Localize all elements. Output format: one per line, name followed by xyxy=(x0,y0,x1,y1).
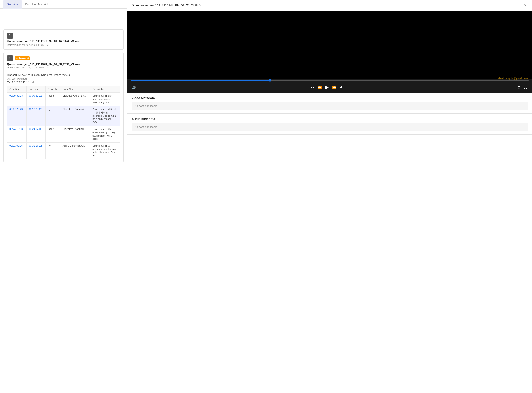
issues-badge: ⚠ Issues 6 xyxy=(15,56,30,60)
video-metadata-empty: No data applicable xyxy=(132,102,528,110)
frame-back-button[interactable]: ⏪ xyxy=(316,85,323,90)
description-cell: Source audio: 밀z emerge and grov may sou… xyxy=(90,126,120,143)
play-button[interactable]: ▶ xyxy=(324,84,330,91)
end-time-link[interactable]: 00:31:10:15 xyxy=(29,144,42,147)
severity-cell: Issue xyxy=(46,126,60,143)
description-cell: Source audio: 몰C faced lies. Issue: rere… xyxy=(90,93,120,106)
col-severity: Severity xyxy=(46,86,60,93)
table-row[interactable]: 00:24:13:0300:24:14:03IssueObjective Pro… xyxy=(7,126,120,143)
video-header: Queenmaker_en_111_2111343_PM_51_20_2398_… xyxy=(127,0,532,11)
right-panel: Queenmaker_en_111_2111343_PM_51_20_2398_… xyxy=(127,0,532,393)
col-error-code: Error Code xyxy=(60,86,90,93)
qc-date: Mar 27, 2023 11:10 PM xyxy=(7,81,120,84)
content-area: 🎙 Queenmaker_en_111_2111343_PM_51_20_239… xyxy=(0,9,127,166)
error-code-cell: Objective Pronunci... xyxy=(60,106,90,126)
file-card-v2: 🎙 Queenmaker_en_111_2111343_PM_51_20_239… xyxy=(3,29,124,50)
close-button[interactable]: ✕ xyxy=(523,3,528,8)
video-player: derekrydquist@gmail.com 🔊 ⏮ ⏪ ▶ ⏩ ⏭ ⚙ ⛶ xyxy=(127,11,532,93)
step-forward-button[interactable]: ⏭ xyxy=(338,85,344,90)
qc-label: QC Last Updated xyxy=(7,77,120,80)
col-description: Description xyxy=(90,86,120,93)
player-controls: 🔊 ⏮ ⏪ ▶ ⏩ ⏭ ⚙ ⛶ xyxy=(127,82,532,93)
progress-area xyxy=(127,79,532,82)
fullscreen-button[interactable]: ⛶ xyxy=(523,85,529,90)
file-date-v2: Delivered on Mar 27, 2023 11:36 PM xyxy=(7,44,120,46)
audio-metadata-empty: No data applicable xyxy=(132,123,528,131)
frame-forward-button[interactable]: ⏩ xyxy=(331,85,338,90)
description-cell: Source audio: 시t 비난과 함께 사퇴를 incensed... … xyxy=(90,106,120,126)
audio-metadata-title: Audio Metadata xyxy=(132,117,528,121)
tab-download-materials[interactable]: Download Materials xyxy=(22,0,53,9)
tab-overview[interactable]: Overview xyxy=(3,0,22,9)
file-name-v2: Queenmaker_en_111_2111343_PM_51_20_2398_… xyxy=(7,40,120,43)
table-row[interactable]: 00:17:26:2300:17:27:23FyiObjective Pronu… xyxy=(7,106,120,126)
file-date-v1: Delivered on Mar 20, 2023 09:55 PM xyxy=(7,66,120,69)
issues-table: Start time End time Severity Error Code … xyxy=(7,86,120,159)
error-code-cell: Audio Distortion/Cl... xyxy=(60,142,90,159)
end-time-link[interactable]: 00:17:27:23 xyxy=(29,108,42,111)
table-row[interactable]: 00:09:30:1300:09:31:13IssueDialogue Out … xyxy=(7,93,120,106)
audio-metadata-section: Audio Metadata No data applicable xyxy=(127,114,532,135)
settings-group: ⚙ ⛶ xyxy=(516,85,529,90)
progress-bar[interactable] xyxy=(131,80,529,81)
video-metadata-section: Video Metadata No data applicable xyxy=(127,93,532,114)
video-title: Queenmaker_en_111_2111343_PM_51_20_2398_… xyxy=(132,4,204,7)
video-metadata-title: Video Metadata xyxy=(132,96,528,100)
transfer-info: Transfer ID: ea917441-bebb-479b-97af-22e… xyxy=(7,71,120,159)
volume-group: 🔊 xyxy=(131,85,137,90)
file-card-v1: 🎙 ⚠ Issues 6 Queenmaker_en_111_2111343_P… xyxy=(3,52,124,162)
tabs-bar: Overview Download Materials xyxy=(0,0,127,9)
severity-cell: Fyi xyxy=(46,106,60,126)
file-name-v1: Queenmaker_en_111_2111343_PM_51_20_2398_… xyxy=(7,63,120,66)
col-start-time: Start time xyxy=(7,86,26,93)
table-row[interactable]: 00:31:09:1500:31:10:15FyiAudio Distortio… xyxy=(7,142,120,159)
step-back-button[interactable]: ⏮ xyxy=(309,85,315,90)
settings-button[interactable]: ⚙ xyxy=(516,85,522,90)
end-time-link[interactable]: 00:24:14:03 xyxy=(29,128,42,131)
progress-fill xyxy=(131,80,270,81)
playback-group: ⏮ ⏪ ▶ ⏩ ⏭ xyxy=(309,84,344,91)
severity-cell: Fyi xyxy=(46,142,60,159)
file-card-v1-header: 🎙 ⚠ Issues 6 xyxy=(7,55,120,61)
mic-icon-v1: 🎙 xyxy=(7,55,13,61)
progress-knob[interactable] xyxy=(269,79,271,82)
col-end-time: End time xyxy=(26,86,46,93)
start-time-link[interactable]: 00:17:26:23 xyxy=(9,108,23,111)
warning-icon: ⚠ xyxy=(16,57,18,60)
error-code-cell: Objective Pronunci... xyxy=(60,126,90,143)
error-code-cell: Dialogue Out of Sy... xyxy=(60,93,90,106)
start-time-link[interactable]: 00:31:09:15 xyxy=(9,144,23,147)
severity-cell: Issue xyxy=(46,93,60,106)
mic-icon-v2: 🎙 xyxy=(7,33,13,39)
end-time-link[interactable]: 00:09:31:13 xyxy=(29,94,42,97)
start-time-link[interactable]: 00:09:30:13 xyxy=(9,94,23,97)
watermark: derekrydquist@gmail.com xyxy=(498,77,528,80)
file-card-v2-header: 🎙 xyxy=(7,33,120,39)
volume-button[interactable]: 🔊 xyxy=(131,85,137,90)
start-time-link[interactable]: 00:24:13:03 xyxy=(9,128,23,131)
left-panel: Overview Download Materials 🎙 Queenmaker… xyxy=(0,0,127,393)
video-screen xyxy=(127,11,532,79)
transfer-id-row: Transfer ID: ea917441-bebb-479b-97af-22e… xyxy=(7,74,120,77)
description-cell: Source audio: 그 guarantee you'll seems t… xyxy=(90,142,120,159)
stub-area xyxy=(3,12,124,27)
